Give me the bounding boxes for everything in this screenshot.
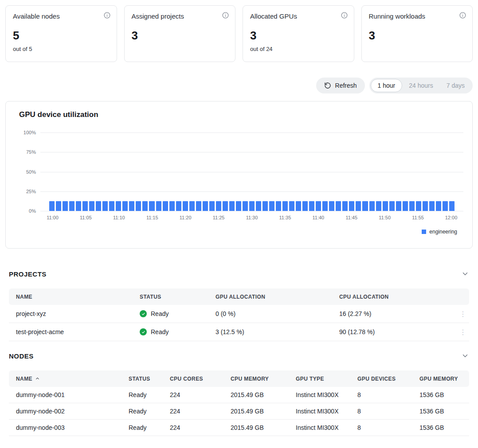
node-gpu-type: Instinct MI300X [289,391,350,398]
bar [322,201,328,211]
stat-value: 3 [132,29,228,43]
refresh-label: Refresh [335,82,357,89]
y-axis-spacer [14,215,40,222]
bar [369,201,375,211]
x-tick-label: 11:30 [246,215,258,220]
row-actions-button[interactable]: ⋮ [457,310,469,318]
bar [329,201,334,211]
projects-col-gpu-allocation[interactable]: GPU ALLOCATION [208,294,332,300]
nodes-col-name[interactable]: NAME [9,376,121,382]
node-status: Ready [121,408,163,415]
node-gpu-devices: 8 [350,408,412,415]
chart-legend: engineering [14,229,463,235]
x-tick-label: 11:45 [345,215,357,220]
info-icon[interactable] [459,12,466,19]
refresh-icon [324,82,331,89]
stat-title: Assigned projects [132,12,228,20]
bar [56,201,61,211]
bar [156,201,161,211]
node-cpu-cores: 224 [163,391,223,398]
bar [196,201,201,211]
bar [109,201,114,211]
time-range-7-days[interactable]: 7 days [440,79,471,92]
x-tick-label: 11:10 [113,215,125,220]
node-status: Ready [121,391,163,398]
bar [89,201,94,211]
projects-section: PROJECTS NAME STATUS GPU ALLOCATION CPU … [9,270,469,341]
bar [116,201,121,211]
table-row: dummy-node-003Ready2242015.49 GBInstinct… [9,420,469,436]
row-actions-button[interactable]: ⋮ [457,328,469,336]
bar [429,201,435,211]
bar [249,201,255,211]
section-title: NODES [9,352,34,360]
bar [189,201,195,211]
nodes-table: NAME STATUS CPU CORES CPU MEMORY GPU TYP… [9,370,469,436]
bar [436,201,441,211]
bar [82,201,88,211]
time-range-24-hours[interactable]: 24 hours [402,79,439,92]
bar [396,201,401,211]
bar [276,201,281,211]
bar [176,201,181,211]
bar [49,201,55,211]
project-gpu-allocation: 3 (12.5 %) [208,328,332,335]
chart-body: 100%75%50%25%0% [14,132,463,211]
node-gpu-memory: 1536 GB [412,391,469,398]
bar [122,201,128,211]
stat-card-allocated-gpus: Allocated GPUs 3 out of 24 [243,5,354,62]
nodes-section: NODES NAME STATUS CPU CORES CPU MEMORY G… [9,352,469,436]
node-gpu-type: Instinct MI300X [289,408,350,415]
info-icon[interactable] [222,12,229,19]
info-icon[interactable] [341,12,348,19]
info-icon[interactable] [103,12,111,19]
project-name: project-xyz [9,310,133,317]
stat-value: 3 [369,29,466,43]
projects-table-body: project-xyzReady0 (0 %)16 (2.27 %)⋮test-… [9,305,469,341]
chart-plot [40,132,463,211]
nodes-col-status[interactable]: STATUS [121,376,163,382]
nodes-section-header[interactable]: NODES [9,352,469,360]
nodes-col-cpu-cores[interactable]: CPU CORES [163,376,223,382]
stat-cards-row: Available nodes 5 out of 5 Assigned proj… [5,5,473,62]
node-gpu-memory: 1536 GB [412,408,469,415]
bar [216,201,221,211]
project-cpu-allocation: 16 (2.27 %) [332,310,457,317]
refresh-button[interactable]: Refresh [316,78,365,93]
nodes-col-gpu-memory[interactable]: GPU MEMORY [412,376,469,382]
bar [269,201,274,211]
stat-title: Running workloads [369,12,466,20]
projects-col-status[interactable]: STATUS [133,294,208,300]
chevron-down-icon[interactable] [461,352,469,360]
gridline [40,211,463,211]
bars [49,132,454,211]
bar [76,201,81,211]
bar [203,201,208,211]
projects-section-header[interactable]: PROJECTS [9,270,469,278]
bar [96,201,101,211]
bar [376,201,381,211]
bar [389,201,395,211]
projects-col-name[interactable]: NAME [9,294,133,300]
bar [263,201,268,211]
projects-col-cpu-allocation[interactable]: CPU ALLOCATION [332,294,457,300]
project-status: Ready [133,310,208,317]
y-tick-label: 25% [26,189,36,194]
nodes-col-cpu-memory[interactable]: CPU MEMORY [223,376,289,382]
table-row: dummy-node-001Ready2242015.49 GBInstinct… [9,387,469,403]
x-tick-label: 12:00 [445,215,458,220]
project-gpu-allocation: 0 (0 %) [208,310,332,317]
bar [383,201,388,211]
chevron-down-icon[interactable] [461,270,469,278]
projects-table: NAME STATUS GPU ALLOCATION CPU ALLOCATIO… [9,288,469,341]
nodes-col-gpu-type[interactable]: GPU TYPE [289,376,350,382]
time-range-1-hour[interactable]: 1 hour [371,79,403,92]
table-row: test-project-acmeReady3 (12.5 %)90 (12.7… [9,323,469,341]
legend-swatch [422,230,426,234]
bar [443,201,448,211]
nodes-col-gpu-devices[interactable]: GPU DEVICES [350,376,412,382]
bar [229,201,235,211]
bar [316,201,321,211]
bar [69,201,74,211]
x-tick-label: 11:50 [379,215,391,220]
